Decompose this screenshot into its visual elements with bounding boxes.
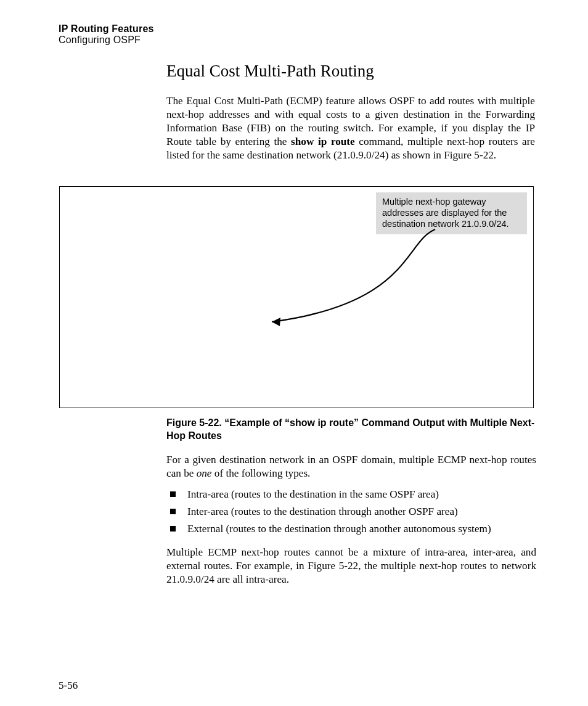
intro-command: show ip route bbox=[291, 136, 355, 147]
after-paragraph-1: For a given destination network in an OS… bbox=[166, 453, 536, 480]
page-number: 5-56 bbox=[59, 679, 78, 692]
after-figure-block: For a given destination network in an OS… bbox=[166, 453, 536, 593]
list-item: Intra-area (routes to the destination in… bbox=[166, 486, 536, 503]
running-header: IP Routing Features Configuring OSPF bbox=[59, 23, 154, 46]
main-content: Equal Cost Multi-Path Routing The Equal … bbox=[166, 62, 535, 168]
header-subtitle: Configuring OSPF bbox=[59, 35, 154, 46]
after-paragraph-2: Multiple ECMP next-hop routes cannot be … bbox=[166, 546, 536, 586]
after-p1-post: of the following types. bbox=[212, 467, 311, 479]
document-page: IP Routing Features Configuring OSPF Equ… bbox=[0, 0, 588, 706]
intro-paragraph: The Equal Cost Multi-Path (ECMP) feature… bbox=[166, 94, 535, 162]
route-type-list: Intra-area (routes to the destination in… bbox=[166, 486, 536, 537]
list-item: External (routes to the destination thro… bbox=[166, 521, 536, 537]
section-heading: Equal Cost Multi-Path Routing bbox=[166, 62, 535, 81]
after-p1-em: one bbox=[197, 467, 212, 479]
figure-callout: Multiple next-hop gateway addresses are … bbox=[376, 192, 527, 234]
list-item: Inter-area (routes to the destination th… bbox=[166, 504, 536, 520]
header-title: IP Routing Features bbox=[59, 23, 154, 35]
figure-caption: Figure 5-22. “Example of “show ip route”… bbox=[166, 416, 536, 442]
